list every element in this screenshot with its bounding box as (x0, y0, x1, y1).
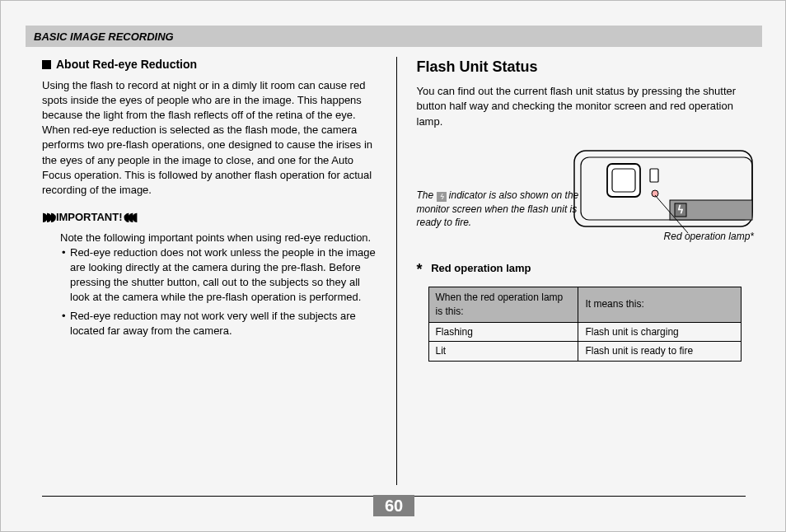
red-eye-heading: About Red-eye Reduction (42, 57, 380, 73)
red-operation-lamp-heading-text: Red operation lamp (431, 262, 531, 274)
table-header: When the red operation lamp is this: (428, 287, 578, 322)
section-header-text: BASIC IMAGE RECORDING (34, 30, 174, 43)
square-bullet-icon (42, 60, 51, 69)
important-intro: Note the following important points when… (60, 231, 380, 245)
red-operation-lamp-heading: * Red operation lamp (417, 259, 755, 280)
table-cell: Flashing (428, 322, 578, 342)
important-bullet: Red-eye reduction does not work unless t… (62, 245, 380, 306)
important-icon-right: ◖◖◖ (123, 210, 137, 223)
table-row: Lit Flash unit is ready to fire (428, 342, 741, 362)
svg-rect-4 (650, 169, 658, 182)
important-text: IMPORTANT! (56, 211, 123, 223)
important-icon-left: ◗◗◗ (42, 210, 56, 223)
svg-point-5 (652, 190, 658, 197)
red-operation-lamp-callout: Red operation lamp* (664, 230, 754, 244)
flash-icon: ϟ (437, 192, 447, 202)
page-footer: 60 (42, 496, 746, 516)
svg-rect-3 (612, 169, 635, 192)
table-row: Flashing Flash unit is charging (428, 322, 741, 342)
camera-top-illustration: ϟ (573, 144, 754, 235)
lamp-status-table: When the red operation lamp is this: It … (428, 287, 742, 362)
flash-status-intro: You can find out the current flash unit … (417, 84, 755, 129)
diagram-note: The ϟ indicator is also shown on the mon… (417, 189, 582, 230)
camera-diagram: ϟ The ϟ indicator is also shown on the m… (417, 144, 755, 248)
right-column: Flash Unit Status You can find out the c… (397, 57, 763, 485)
table-header: It means this: (578, 287, 741, 322)
important-label: ◗◗◗ IMPORTANT! ◖◖◖ (42, 209, 380, 226)
svg-text:ϟ: ϟ (677, 204, 684, 216)
diagram-note-pre: The (417, 189, 437, 201)
asterisk-icon: * (417, 259, 428, 280)
left-column: About Red-eye Reduction Using the flash … (26, 57, 396, 485)
red-eye-body: Using the flash to record at night or in… (42, 78, 380, 198)
page-number: 60 (373, 495, 414, 516)
section-header: BASIC IMAGE RECORDING (26, 26, 762, 47)
table-cell: Flash unit is charging (578, 322, 741, 342)
red-eye-heading-text: About Red-eye Reduction (56, 58, 197, 71)
flash-status-heading: Flash Unit Status (417, 57, 755, 77)
important-bullet: Red-eye reduction may not work very well… (62, 309, 380, 338)
table-cell: Flash unit is ready to fire (578, 342, 741, 362)
table-cell: Lit (428, 342, 578, 362)
